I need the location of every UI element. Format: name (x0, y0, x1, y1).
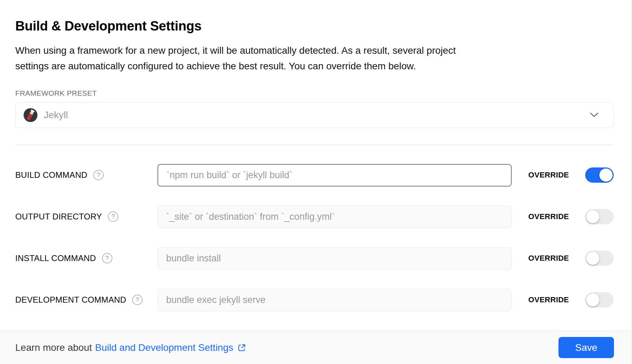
build-command-input[interactable] (157, 164, 512, 187)
toggle-knob (599, 168, 613, 182)
output-directory-input (157, 206, 512, 228)
help-icon[interactable]: ? (93, 170, 104, 180)
section-divider (15, 145, 614, 145)
framework-preset-value: Jekyll (44, 110, 68, 121)
build-dev-settings-card: Build & Development Settings When using … (0, 0, 632, 364)
output-directory-label: OUTPUT DIRECTORY (15, 212, 102, 222)
output-directory-override-toggle[interactable] (585, 209, 614, 224)
toggle-knob (586, 210, 599, 223)
output-directory-label-group: OUTPUT DIRECTORY ? (15, 211, 157, 222)
toggle-knob (586, 293, 599, 306)
override-label: OVERRIDE (528, 171, 570, 180)
help-icon[interactable]: ? (108, 211, 118, 222)
description-line-1: When using a framework for a new project… (15, 43, 614, 58)
external-link-icon (237, 343, 246, 352)
build-command-row: BUILD COMMAND ? OVERRIDE (15, 164, 614, 187)
learn-more-prefix: Learn more about (15, 342, 92, 353)
override-label: OVERRIDE (528, 295, 570, 304)
save-button[interactable]: Save (558, 337, 614, 358)
development-command-input (157, 289, 512, 311)
chevron-down-icon[interactable] (590, 112, 599, 118)
jekyll-logo-icon (24, 108, 37, 122)
build-command-label: BUILD COMMAND (15, 170, 87, 180)
development-command-label: DEVELOPMENT COMMAND (15, 295, 126, 305)
settings-rows: BUILD COMMAND ? OVERRIDE OUTPUT DIRECTOR… (15, 164, 614, 311)
output-directory-row: OUTPUT DIRECTORY ? OVERRIDE (15, 206, 614, 228)
help-icon[interactable]: ? (132, 295, 143, 305)
install-command-label: INSTALL COMMAND (15, 253, 96, 263)
development-command-override-toggle[interactable] (585, 292, 614, 307)
override-label: OVERRIDE (528, 254, 570, 263)
footer-bar: Learn more about Build and Development S… (0, 330, 632, 364)
install-command-override-toggle[interactable] (585, 251, 614, 266)
learn-more-text: Learn more about Build and Development S… (15, 342, 246, 353)
card-content: Build & Development Settings When using … (0, 18, 632, 311)
description-line-2: settings are automatically configured to… (15, 58, 614, 74)
development-command-label-group: DEVELOPMENT COMMAND ? (15, 295, 157, 305)
help-icon[interactable]: ? (102, 253, 112, 263)
toggle-knob (586, 252, 599, 265)
framework-preset-select[interactable]: Jekyll (15, 102, 614, 128)
framework-preset-label: FRAMEWORK PRESET (15, 89, 614, 97)
install-command-row: INSTALL COMMAND ? OVERRIDE (15, 247, 614, 270)
install-command-input (157, 247, 512, 270)
build-command-label-group: BUILD COMMAND ? (15, 170, 157, 180)
development-command-row: DEVELOPMENT COMMAND ? OVERRIDE (15, 289, 614, 311)
page-title: Build & Development Settings (15, 18, 614, 35)
build-dev-settings-link[interactable]: Build and Development Settings (95, 342, 246, 353)
build-command-override-toggle[interactable] (585, 167, 614, 183)
override-label: OVERRIDE (528, 212, 570, 221)
install-command-label-group: INSTALL COMMAND ? (15, 253, 157, 263)
link-text: Build and Development Settings (95, 342, 233, 353)
description: When using a framework for a new project… (15, 43, 614, 74)
